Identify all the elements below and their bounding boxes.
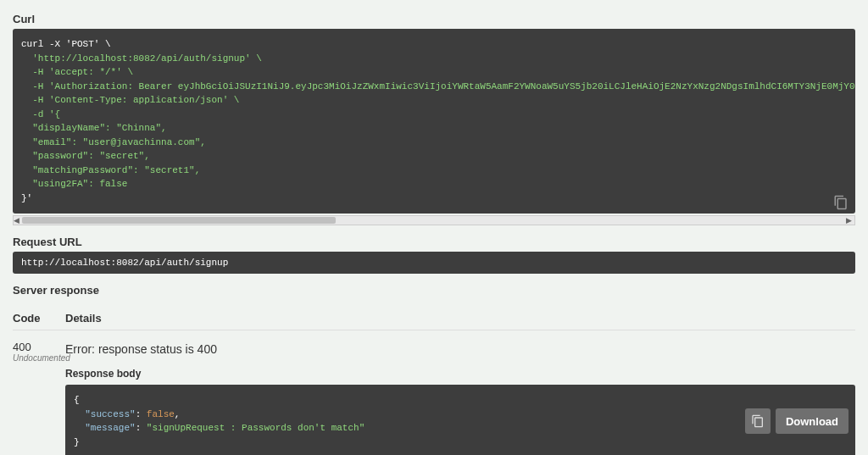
horizontal-scrollbar[interactable]: ◀ ▶ [13,215,855,225]
response-row: 400 Undocumented Error: response status … [13,341,855,455]
copy-response-button[interactable] [745,408,771,434]
rb-open: { [74,395,80,405]
request-url-label: Request URL [13,236,855,248]
curl-password: "password": "secret", [21,151,150,161]
curl-display: "displayName": "Chinna", [21,123,167,133]
curl-label: Curl [13,13,855,25]
rb-close: } [74,437,80,447]
status-undocumented: Undocumented [13,353,65,363]
copy-curl-icon[interactable] [833,195,850,212]
details-column: Error: response status is 400 Response b… [65,341,855,455]
rb-success-key: "success" [85,409,135,419]
curl-content-type: -H 'Content-Type: application/json' \ [21,95,239,105]
scroll-thumb[interactable] [22,217,336,224]
response-body-block: { "success": false, "message": "signUpRe… [65,385,855,455]
curl-d-flag: -d '{ [21,109,60,119]
curl-auth: -H 'Authorization: Bearer eyJhbGciOiJSUz… [21,81,855,92]
rb-message-key: "message" [85,423,135,433]
code-column-header: Code [13,312,65,325]
curl-cmd: curl -X 'POST' \ [21,39,111,49]
status-code: 400 [13,341,65,353]
details-column-header: Details [65,312,102,325]
rb-success-val: false [147,409,175,419]
server-response-label: Server response [13,284,855,297]
curl-2fa: "using2FA": false [21,179,127,189]
scroll-left-arrow[interactable]: ◀ [14,216,22,225]
curl-code-block: curl -X 'POST' \ 'http://localhost:8082/… [13,29,855,214]
scroll-right-arrow[interactable]: ▶ [846,216,854,225]
rb-message-val: "signUpRequest : Passwords don't match" [147,423,364,433]
curl-accept: -H 'accept: */*' \ [21,67,133,77]
response-header-row: Code Details [13,307,855,330]
curl-email: "email": "user@javachinna.com", [21,137,206,147]
curl-matching: "matchingPassword": "secret1", [21,165,200,175]
response-body-label: Response body [65,368,855,380]
clipboard-icon [751,414,765,428]
status-column: 400 Undocumented [13,341,65,455]
curl-end: }' [21,193,32,203]
download-button[interactable]: Download [776,408,849,434]
curl-url: 'http://localhost:8082/api/auth/signup' … [21,53,262,64]
error-message: Error: response status is 400 [65,342,855,356]
request-url-value: http://localhost:8082/api/auth/signup [13,252,855,274]
